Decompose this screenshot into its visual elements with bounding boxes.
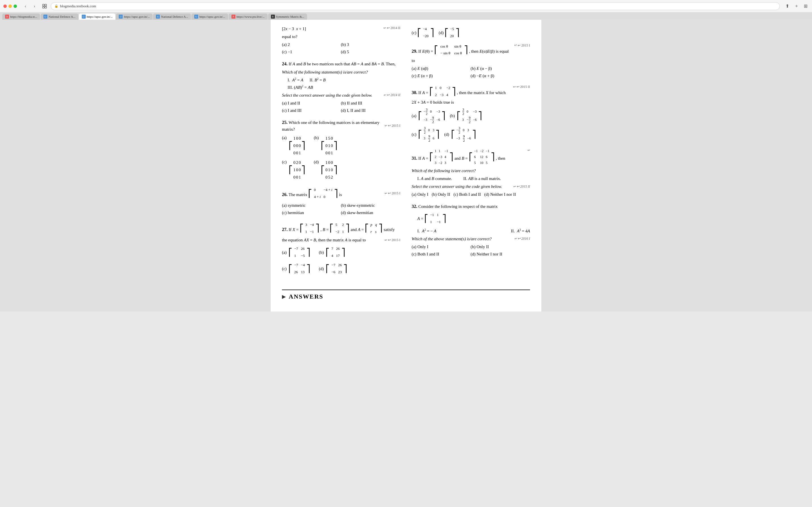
q27-options: (a) ⎡ −7261−5 ⎤ (b) ⎡ 726417	[282, 245, 400, 276]
tab-7[interactable]: P https://www.pw.live/...	[229, 13, 267, 20]
q27-opt-a-label: (a)	[282, 249, 288, 256]
address-bar[interactable]: 🔒 blogmedia.testbook.com	[51, 2, 780, 10]
right-column: (c) ⎡ −4−20 ⎤ (d) ⎡ −520	[412, 25, 530, 281]
lock-icon: 🔒	[54, 4, 58, 8]
q30-opt-c-label: (c)	[412, 131, 417, 138]
q25-text-wrap: 25. Which one of the following matrices …	[282, 119, 382, 133]
q29-header: 29. If E(θ) = ⎡ cos θsin θ− sin θcos θ ⎤…	[412, 43, 530, 64]
q25-matrix-b: ⎡ 150010001 ⎤	[321, 134, 338, 157]
q32-text-wrap: 32. Consider the following in respect of…	[412, 203, 530, 210]
partial-right-matrices: (c) ⎡ −4−20 ⎤ (d) ⎡ −520	[412, 25, 460, 40]
q30-text2: , then the matrix X for which	[457, 91, 506, 95]
q25-opt-row2: (c) ⎡ 020100001 ⎤ (d) ⎡	[282, 159, 400, 181]
partial-r-matrix-c: (c) ⎡ −4−20 ⎤	[412, 25, 434, 40]
close-window-button[interactable]	[3, 4, 7, 8]
q24-stmt-1: I. A2 = A II. B2 = B	[288, 76, 400, 83]
q25-matrix-c: ⎡ 020100001 ⎤	[289, 159, 305, 181]
q27-a-matrix: ⎡ pqrs ⎤	[365, 221, 383, 236]
tab-label-5: National Defence A...	[161, 15, 188, 18]
q30-opt-b-label: (b)	[450, 112, 456, 119]
q32-a-eq: A =	[417, 215, 423, 222]
q25-opt-a: (a) ⎡ 100000001 ⎤	[282, 134, 305, 157]
q24-subtext: Which of the following statement(s) is/a…	[282, 69, 400, 75]
q24-year: ↩ 2014 II	[384, 92, 400, 99]
partial-r-d-matrix: ⎡ −520 ⎤	[445, 25, 460, 40]
tab-5[interactable]: U National Defence A...	[153, 13, 191, 20]
q25-opt-b: (b) ⎡ 150010001 ⎤	[314, 134, 338, 157]
q30-opt-c: (c) ⎡ 32033926 ⎤	[412, 126, 440, 143]
svg-rect-2	[43, 6, 44, 8]
question-partial-right: (c) ⎡ −4−20 ⎤ (d) ⎡ −520	[412, 25, 530, 40]
q31-stmt-1: I. A and B commute. II. AB is a null mat…	[417, 175, 530, 182]
q26-opt-ab: (a) symmetric (b) skew-symmetric	[282, 202, 400, 209]
q24-header: 24. If A and B be two matrices such that…	[282, 60, 400, 68]
q32-sub-text: Which of the above statement(s) is/are c…	[412, 235, 492, 242]
q32-opt-ab: (a) Only I (b) Only II	[412, 243, 530, 250]
q30-opt-row1: (a) ⎡ −320−3−3−92−6 ⎤ (b) ⎡ 320−3	[412, 107, 530, 124]
q26-options: (a) symmetric (b) skew-symmetric (c) her…	[282, 202, 400, 216]
q24-stmt-3: III. (AB)2 = AB	[288, 84, 400, 91]
tab-overview-button[interactable]: ⊞	[803, 3, 809, 9]
q26-suffix: is	[339, 192, 342, 197]
q31-header: 31. If A = ⎡ 11−12−343−23 ⎤ and B = ⎡ −1…	[412, 148, 530, 166]
question-32: 32. Consider the following in respect of…	[412, 203, 530, 257]
partial-r-c-matrix: ⎡ −4−20 ⎤	[417, 25, 434, 40]
answers-arrow-icon: ▶	[282, 293, 286, 300]
question-27: 27. If X = ⎡ 3−41−1 ⎤ , B = ⎡ 52−21 ⎤	[282, 221, 400, 276]
q29-opt-a: (a) E (αβ)	[412, 65, 465, 72]
question-29: 29. If E(θ) = ⎡ cos θsin θ− sin θcos θ ⎤…	[412, 43, 530, 79]
q24-opt-ab: (a) I and II (b) II and III	[282, 100, 400, 107]
q30-opt-a-label: (a)	[412, 112, 417, 119]
question-26: 26. The matrix ⎡ 0−4 + i4 + i0 ⎤ is ↩ 20…	[282, 186, 400, 216]
q24-opt-cd: (c) I and III (d) I, II and III	[282, 107, 400, 114]
q27-oc-lb: ⎡	[289, 265, 292, 272]
q32-year: ↩ 2016 I	[514, 235, 530, 242]
partial-right-matrix-row: (c) ⎡ −4−20 ⎤ (d) ⎡ −520	[412, 25, 530, 40]
q26-header: 26. The matrix ⎡ 0−4 + i4 + i0 ⎤ is ↩ 20…	[282, 186, 400, 201]
tab-label-4: https://upsc.gov.in/...	[124, 15, 150, 18]
q26-text-wrap: 26. The matrix ⎡ 0−4 + i4 + i0 ⎤ is	[282, 186, 342, 201]
tab-grid-button[interactable]	[41, 2, 49, 10]
q24-statements: I. A2 = A II. B2 = B III. (AB)2 = AB	[288, 76, 400, 91]
q31-s2: II. AB is a null matrix.	[463, 175, 501, 182]
maximize-window-button[interactable]	[13, 4, 17, 8]
q27-b-rb: ⎤	[346, 225, 350, 231]
q32-matrix-line: A = ⎡ −111−1 ⎤	[417, 211, 530, 226]
q25-year: ↩ 2015 I	[385, 119, 400, 133]
minimize-window-button[interactable]	[8, 4, 12, 8]
left-bracket-d: ⎡	[321, 166, 325, 173]
q27-oa-rb: ⎤	[306, 249, 310, 256]
browser-toolbar: ‹ › 🔒 blogmedia.testbook.com ⬆ ＋ ⊞	[0, 0, 812, 12]
q31-opt-b: (b) Only II	[432, 191, 450, 198]
q24-options: (a) I and II (b) II and III (c) I and II…	[282, 100, 400, 114]
tab-favicon-1: B	[5, 15, 9, 18]
question-30: 30. If A = ⎡ 10−22−34 ⎤ , then the matri…	[412, 84, 530, 143]
two-column-layout: [2x − 3 x + 1] ↩ 2014 II equal to? (a) 2…	[282, 25, 530, 281]
tab-8[interactable]: B Symmetric Matrix &...	[268, 13, 307, 20]
tab-2[interactable]: U National Defence A...	[41, 13, 79, 20]
tab-3[interactable]: U https://upsc.gov.in/...	[79, 13, 116, 20]
q32-opt-a: (a) Only I	[412, 243, 465, 250]
new-tab-button[interactable]: ＋	[793, 3, 800, 10]
share-button[interactable]: ⬆	[784, 3, 790, 9]
svg-rect-1	[45, 4, 47, 6]
q31-a-matrix: ⎡ 11−12−343−23 ⎤	[429, 148, 454, 166]
q27-od-lb: ⎡	[326, 265, 329, 272]
question-24: 24. If A and B be two matrices such that…	[282, 60, 400, 114]
tab-4[interactable]: U https://upsc.gov.in/...	[116, 13, 153, 20]
partial-matrix-line: [2x − 3 x + 1] ↩ 2014 II	[282, 25, 400, 32]
q27-opt-d: (d) ⎡ −726−623 ⎤	[319, 262, 347, 276]
q25-opt-c-label: (c)	[282, 159, 288, 165]
q31-options: (a) Only I (b) Only II (c) Both I and II…	[412, 191, 530, 198]
q29-year: ↩ 2015 I	[514, 43, 530, 48]
tab-label-8: Symmetric Matrix &...	[276, 15, 305, 18]
q26-lb: ⎡	[308, 190, 312, 197]
tab-6[interactable]: U https://upsc.gov.in/...	[192, 13, 228, 20]
tab-label-7: https://www.pw.live/...	[237, 15, 265, 18]
tab-label-3: https://upsc.gov.in/...	[87, 15, 113, 18]
forward-button[interactable]: ›	[31, 2, 38, 10]
tab-1[interactable]: B https://blogmedia.te...	[2, 13, 40, 20]
q31-number: 31.	[412, 156, 417, 160]
q24-instruction: Select the correct answer using the code…	[282, 92, 400, 99]
back-button[interactable]: ‹	[21, 2, 29, 10]
